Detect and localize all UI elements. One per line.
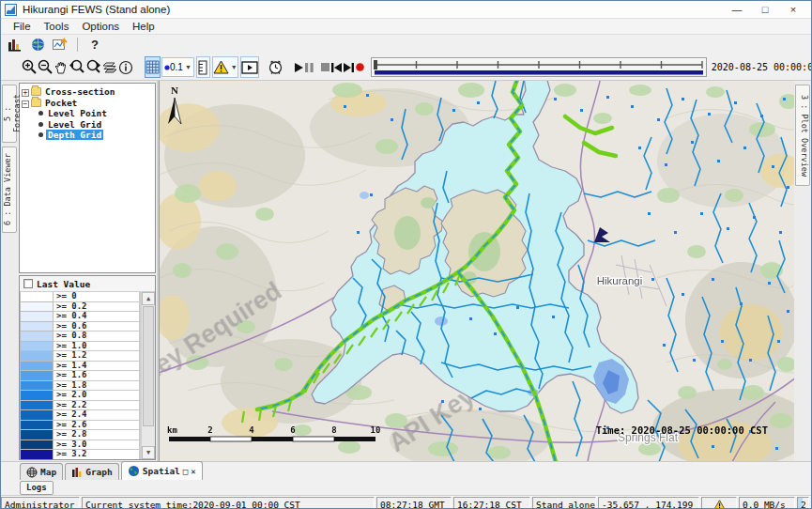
- display-tabs: Map Graph Spatial □ ✕: [1, 461, 811, 480]
- current-time-label: 2020-08-25 00:00:00 CST: [712, 62, 812, 72]
- tab-data-viewer[interactable]: 6 : Data Viewer: [2, 147, 17, 233]
- status-system-time: Current system time:2020-09-01 00:00 CST: [82, 497, 375, 509]
- maximize-button[interactable]: □: [751, 2, 779, 18]
- close-button[interactable]: ×: [779, 2, 807, 18]
- legend-row: >= 1.6: [20, 371, 140, 381]
- record-icon: [355, 62, 365, 72]
- stop-button[interactable]: [320, 56, 330, 78]
- ruler-button[interactable]: [196, 56, 210, 78]
- svg-text:2: 2: [207, 425, 212, 435]
- legend-swatch-6: [20, 351, 54, 362]
- timer-button[interactable]: [268, 56, 283, 78]
- thresholds-warning-button[interactable]: ▼: [212, 56, 238, 78]
- legend-scrollbar[interactable]: ▲ ▼: [141, 292, 155, 459]
- tree-item-depth-grid[interactable]: Depth Grid: [20, 130, 155, 141]
- last-value-checkbox[interactable]: [23, 279, 33, 288]
- tab-map[interactable]: Map: [20, 463, 63, 480]
- zoom-previous-button[interactable]: [69, 56, 85, 78]
- menu-tools[interactable]: Tools: [38, 21, 76, 32]
- legend-label: >= 2.4: [54, 410, 140, 421]
- tree-item-level-point[interactable]: Level Point: [20, 108, 155, 119]
- legend-header: Last Value: [20, 276, 155, 292]
- info-button[interactable]: [118, 56, 133, 78]
- scroll-up-icon[interactable]: ▲: [142, 292, 155, 305]
- skip-start-icon: [330, 62, 343, 73]
- zoom-out-button[interactable]: [38, 56, 54, 78]
- legend-row: >= 2.0: [20, 391, 140, 401]
- tab-plot-overview[interactable]: 3 : Plot Overview: [795, 85, 810, 186]
- skip-end-icon: [343, 62, 355, 73]
- help-button[interactable]: ?: [84, 36, 106, 54]
- legend-swatch-12: [20, 410, 54, 421]
- spatial-display-button[interactable]: [26, 36, 49, 54]
- play-button[interactable]: [293, 56, 304, 78]
- grid-display-button[interactable]: [49, 36, 71, 54]
- warning-triangle-icon: [713, 500, 726, 509]
- tab-forecast[interactable]: 5 : Forecast: [2, 85, 17, 143]
- legend-panel: Last Value >= 0 >= 0.2 >= 0.4 >= 0.6 >= …: [19, 275, 156, 460]
- logs-row: Logs: [1, 480, 811, 496]
- tree-item-level-grid[interactable]: Level Grid: [20, 119, 155, 131]
- tab-spatial[interactable]: Spatial □ ✕: [121, 461, 203, 480]
- legend-row: >= 0: [20, 292, 140, 302]
- collapse-icon[interactable]: −: [22, 100, 29, 108]
- record-button[interactable]: [355, 56, 365, 78]
- close-pane-icon[interactable]: ✕: [191, 467, 195, 476]
- tree-item-label[interactable]: Pocket: [43, 98, 79, 108]
- restore-pane-icon[interactable]: □: [183, 467, 188, 476]
- legend-swatch-8: [20, 371, 54, 381]
- layers-button[interactable]: [102, 56, 118, 78]
- menu-help[interactable]: Help: [126, 21, 161, 32]
- scroll-thumb[interactable]: [143, 306, 154, 426]
- zoom-in-icon: [22, 59, 38, 75]
- legend-row: >= 3.2: [20, 450, 140, 459]
- tree-item-label[interactable]: Level Grid: [46, 119, 103, 130]
- animation-button[interactable]: [240, 56, 259, 78]
- data-viewer-panel: + Cross-section − Pocket Level Point Lev…: [18, 81, 159, 461]
- step-forward-button[interactable]: [343, 56, 355, 78]
- map-viewport[interactable]: API Key Required API Key Required: [159, 81, 794, 461]
- time-slider[interactable]: [371, 57, 707, 77]
- tab-map-label: Map: [40, 467, 56, 477]
- minimize-button[interactable]: —: [723, 2, 751, 18]
- bullet-icon: [38, 122, 43, 127]
- legend-swatch-13: [20, 421, 54, 431]
- grid-overlay-button[interactable]: [145, 56, 161, 78]
- expand-icon[interactable]: +: [22, 89, 29, 97]
- last-value-label: Last Value: [37, 279, 90, 289]
- zoom-next-button[interactable]: [85, 56, 102, 78]
- menu-options[interactable]: Options: [75, 21, 126, 32]
- tree-item-label[interactable]: Cross-section: [43, 86, 116, 97]
- menu-file[interactable]: File: [7, 21, 38, 32]
- tree-item-cross-section[interactable]: + Cross-section: [20, 86, 155, 98]
- window-title: Hikurangi FEWS (Stand alone): [23, 4, 170, 15]
- legend-label: >= 3.2: [54, 450, 140, 459]
- scroll-down-icon[interactable]: ▼: [142, 446, 155, 459]
- filter-tree: + Cross-section − Pocket Level Point Lev…: [19, 83, 156, 273]
- step-back-button[interactable]: [330, 56, 343, 78]
- bar-chart-icon: [71, 467, 83, 478]
- time-slider-handle[interactable]: [374, 60, 377, 69]
- tree-item-label[interactable]: Level Point: [46, 108, 109, 118]
- database-display-button[interactable]: [4, 36, 26, 54]
- legend-row: >= 2.8: [20, 430, 140, 440]
- toolbar-separator: [77, 38, 78, 52]
- pause-button[interactable]: [304, 56, 314, 78]
- status-warning[interactable]: [701, 497, 737, 509]
- logs-tab[interactable]: Logs: [20, 481, 54, 495]
- tab-graph[interactable]: Graph: [65, 463, 119, 480]
- pan-button[interactable]: [54, 56, 69, 78]
- map-canvas[interactable]: API Key Required API Key Required: [160, 81, 794, 461]
- tree-item-label-selected[interactable]: Depth Grid: [46, 130, 103, 140]
- zoom-in-button[interactable]: [22, 56, 38, 78]
- globe-icon: [128, 465, 140, 477]
- legend-label: >= 0.4: [54, 312, 140, 322]
- warning-triangle-icon: [213, 60, 229, 74]
- movie-play-icon: [241, 61, 258, 74]
- north-label: N: [171, 85, 178, 96]
- chevron-down-icon: ▼: [185, 64, 192, 70]
- tree-item-pocket[interactable]: − Pocket: [20, 98, 155, 109]
- legend-label: >= 1.2: [54, 351, 140, 362]
- threshold-combo[interactable]: 0.1 ▼: [161, 57, 194, 77]
- legend-rows: >= 0 >= 0.2 >= 0.4 >= 0.6 >= 0.8 >= 1.0 …: [20, 292, 141, 459]
